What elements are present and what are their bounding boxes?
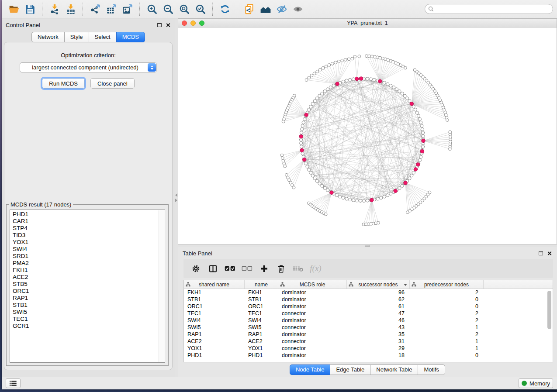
network-ring-node[interactable] <box>313 100 316 103</box>
network-ring-node[interactable] <box>366 77 369 80</box>
export-image-button[interactable] <box>119 1 135 17</box>
network-ring-node[interactable] <box>420 124 423 127</box>
run-mcds-button[interactable]: Run MCDS <box>42 78 85 89</box>
mcds-list-scrollbar[interactable] <box>159 210 164 362</box>
cell-predecessor-nodes[interactable]: 2 <box>410 317 484 324</box>
table-row[interactable]: PHD1PHD1dominator180 <box>184 352 553 359</box>
mcds-node-item[interactable]: TID3 <box>13 232 165 239</box>
network-ring-node[interactable] <box>342 196 345 199</box>
network-leaf-node[interactable] <box>324 213 327 216</box>
network-ring-node[interactable] <box>339 195 342 198</box>
network-ring-node[interactable] <box>389 192 392 195</box>
network-leaf-node[interactable] <box>305 79 308 82</box>
cell-mcds-role[interactable]: connector <box>278 310 347 317</box>
network-mcds-node[interactable] <box>422 139 425 142</box>
mcds-node-item[interactable]: SWI4 <box>13 246 165 253</box>
float-panel-icon[interactable] <box>157 23 162 27</box>
network-ring-node[interactable] <box>422 145 425 148</box>
cell-shared-name[interactable]: STB1 <box>184 296 245 303</box>
network-mcds-node[interactable] <box>370 198 374 202</box>
network-leaf-node[interactable] <box>341 59 344 62</box>
network-mcds-node[interactable] <box>404 181 407 185</box>
cell-successor-nodes[interactable]: 18 <box>347 352 410 359</box>
network-ring-node[interactable] <box>349 198 352 201</box>
select-all-button[interactable] <box>225 262 235 275</box>
network-window-titlebar[interactable]: YPA_prune.txt_1 <box>178 19 557 28</box>
network-leaf-node[interactable] <box>379 56 382 59</box>
cell-successor-nodes[interactable]: 35 <box>347 331 410 338</box>
mcds-node-item[interactable]: STB1 <box>13 302 165 309</box>
network-graph[interactable] <box>178 28 557 244</box>
table-row[interactable]: ORC1ORC1dominator610 <box>184 303 553 310</box>
network-mcds-node[interactable] <box>416 163 420 166</box>
cell-mcds-role[interactable]: dominator <box>278 331 347 338</box>
close-panel-button[interactable]: Close panel <box>90 78 135 89</box>
network-ring-node[interactable] <box>414 108 417 111</box>
network-ring-node[interactable] <box>410 174 413 177</box>
network-ring-node[interactable] <box>326 88 329 91</box>
cell-shared-name[interactable]: FKH1 <box>184 289 245 296</box>
network-mcds-node[interactable] <box>420 150 424 153</box>
network-ring-node[interactable] <box>318 182 321 185</box>
cell-predecessor-nodes[interactable]: 1 <box>410 345 484 352</box>
horizontal-splitter[interactable] <box>178 244 557 247</box>
network-leaf-node[interactable] <box>351 57 354 60</box>
network-ring-node[interactable] <box>355 199 358 202</box>
mcds-node-item[interactable]: ORC1 <box>13 288 165 295</box>
cell-mcds-role[interactable]: dominator <box>278 317 347 324</box>
network-mcds-node[interactable] <box>414 168 417 171</box>
network-mcds-node[interactable] <box>330 191 333 194</box>
column-header-shared-name[interactable]: shared name <box>184 280 245 289</box>
network-leaf-node[interactable] <box>331 62 334 65</box>
cell-predecessor-nodes[interactable]: 2 <box>410 289 484 296</box>
network-ring-node[interactable] <box>362 199 365 202</box>
network-mcds-node[interactable] <box>410 102 413 106</box>
network-ring-node[interactable] <box>301 128 304 131</box>
network-ring-node[interactable] <box>383 195 386 198</box>
network-leaf-node[interactable] <box>318 68 322 71</box>
splitter-handle[interactable] <box>365 245 370 247</box>
network-ring-node[interactable] <box>366 199 369 202</box>
open-file-button[interactable] <box>6 1 22 17</box>
network-ring-node[interactable] <box>301 152 304 155</box>
cell-predecessor-nodes[interactable]: 1 <box>410 324 484 331</box>
network-ring-node[interactable] <box>408 177 411 180</box>
mcds-node-item[interactable]: STB5 <box>13 281 165 288</box>
mcds-node-item[interactable]: CAR1 <box>13 218 165 225</box>
network-leaf-node[interactable] <box>428 191 431 194</box>
table-tab-edge-table[interactable]: Edge Table <box>330 364 370 375</box>
network-ring-node[interactable] <box>419 121 422 124</box>
cell-predecessor-nodes[interactable]: 0 <box>410 296 484 303</box>
network-ring-node[interactable] <box>300 145 303 148</box>
network-mcds-node[interactable] <box>304 113 308 117</box>
mcds-node-item[interactable]: RAP1 <box>13 295 165 302</box>
network-ring-node[interactable] <box>345 79 348 82</box>
network-ring-node[interactable] <box>318 94 321 97</box>
show-all-button[interactable] <box>290 1 306 17</box>
cell-name[interactable]: RAP1 <box>245 331 278 338</box>
network-ring-node[interactable] <box>345 197 348 200</box>
cell-name[interactable]: PHD1 <box>245 352 278 359</box>
network-ring-node[interactable] <box>315 179 318 182</box>
mcds-node-item[interactable]: TEC1 <box>13 316 165 323</box>
splitter-collapse-right-icon[interactable] <box>175 199 177 202</box>
network-ring-node[interactable] <box>417 114 420 117</box>
mcds-node-item[interactable]: PHD1 <box>13 211 165 218</box>
mcds-node-item[interactable]: SWI5 <box>13 309 165 316</box>
table-row[interactable]: SWI5SWI5connector431 <box>184 324 553 331</box>
table-row[interactable]: ACE2ACE2connector311 <box>184 338 553 345</box>
network-ring-node[interactable] <box>419 155 422 158</box>
cell-mcds-role[interactable]: dominator <box>278 296 347 303</box>
network-ring-node[interactable] <box>421 128 424 131</box>
cell-name[interactable]: SWI5 <box>245 324 278 331</box>
network-ring-node[interactable] <box>323 90 326 93</box>
network-ring-node[interactable] <box>304 162 307 165</box>
network-ring-node[interactable] <box>311 102 314 105</box>
tab-style[interactable]: Style <box>64 32 89 42</box>
network-leaf-node[interactable] <box>292 186 295 189</box>
first-neighbors-button[interactable] <box>257 1 273 17</box>
network-leaf-node[interactable] <box>282 120 285 123</box>
network-leaf-node[interactable] <box>316 70 319 73</box>
cell-name[interactable]: STB1 <box>245 296 278 303</box>
import-table-button[interactable] <box>62 1 79 17</box>
